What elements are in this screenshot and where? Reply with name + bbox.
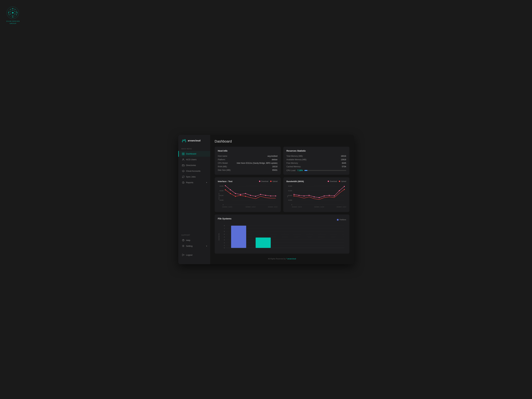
top-cards-row: Host Info Host name: acg-testbed Platfor…: [215, 147, 349, 175]
svg-point-11: [9, 14, 9, 15]
interface-chart-card: Interface : Test Download Upload: [215, 177, 281, 212]
sidebar-item-help[interactable]: Help: [178, 237, 210, 243]
svg-point-76: [329, 195, 329, 196]
bandwidth-chart-card: Bandwidth (WAN) Download Upload: [283, 177, 349, 212]
interface-chart-title: Interface : Test: [218, 180, 233, 183]
svg-point-70: [298, 195, 299, 196]
sync-jobs-label: Sync Jobs: [186, 176, 196, 178]
svg-text:Mbit: Mbit: [287, 195, 288, 197]
reports-icon: [182, 181, 184, 184]
dashboard-icon: [182, 152, 184, 155]
page-title: Dashboard: [215, 139, 349, 144]
svg-text:1: 1: [224, 245, 225, 246]
reports-label: Reports: [186, 181, 193, 184]
svg-point-13: [12, 12, 13, 13]
interface-download-legend: Download: [259, 181, 268, 182]
svg-point-40: [230, 189, 231, 190]
svg-point-18: [11, 13, 11, 14]
file-systems-legend: Partitions: [337, 219, 346, 221]
total-mem-row: Total Memory (MB): 16016: [286, 154, 346, 158]
sidebar-item-setting[interactable]: Setting ▾: [178, 243, 210, 249]
file-systems-header: File Systems Partitions: [218, 217, 346, 222]
disk-row: Disk Size (MB): 95691: [218, 168, 278, 172]
svg-point-15: [14, 11, 15, 12]
cpu-model-label: CPU Model:: [218, 162, 228, 164]
logout-label: Logout: [186, 254, 192, 256]
svg-rect-22: [182, 154, 183, 155]
svg-point-78: [339, 190, 340, 191]
svg-text:2023/08/30 - 13:30:04: 2023/08/30 - 13:30:04: [268, 206, 278, 208]
cpu-bar-fill: [304, 170, 307, 171]
sidebar-item-acg-users[interactable]: ACG Users: [178, 157, 210, 163]
svg-text:40,000: 40,000: [288, 185, 292, 187]
cpu-load-label: CPU Load:: [286, 169, 296, 171]
free-mem-label: Free Memory:: [286, 162, 298, 164]
interface-chart-legend: Download Upload: [259, 181, 278, 182]
avail-mem-value: 13918: [341, 158, 346, 161]
svg-text:2: 2: [224, 242, 225, 243]
logout-button[interactable]: Logout: [182, 252, 207, 258]
svg-point-19: [13, 15, 13, 15]
setting-label: Setting: [186, 245, 192, 247]
svg-point-3: [13, 8, 13, 9]
svg-point-53: [240, 195, 241, 196]
sidebar-item-reports[interactable]: Reports ▾: [178, 180, 210, 185]
sidebar-support: Support Help Setting ▾: [178, 231, 210, 249]
host-info-title: Host Info: [218, 150, 278, 152]
svg-text:40,000: 40,000: [220, 185, 223, 187]
arvancloud-logo-icon: [182, 138, 187, 143]
svg-point-47: [265, 195, 266, 196]
sidebar: arvancloud Main Menu Dashboard ACG Users: [178, 135, 210, 264]
svg-rect-20: [182, 153, 183, 154]
logout-icon: [182, 253, 184, 256]
cpu-bar-bg: [304, 170, 346, 171]
svg-point-24: [183, 159, 184, 160]
host-name-label: Host name:: [218, 155, 228, 157]
sidebar-item-cloud-accounts[interactable]: Cloud Accounts: [178, 168, 210, 174]
svg-point-7: [16, 14, 17, 15]
svg-text:2023/08/30 - 13:30:44: 2023/08/30 - 13:30:44: [336, 206, 346, 208]
dashboard-label: Dashboard: [186, 152, 196, 155]
partitions-legend-box: [337, 219, 339, 221]
svg-point-9: [9, 11, 9, 12]
svg-text:20,000: 20,000: [288, 195, 292, 196]
watermark-line1: ZAAM DESIGN: [6, 20, 20, 22]
host-info-card: Host Info Host name: acg-testbed Platfor…: [215, 147, 281, 175]
users-icon: [182, 158, 184, 161]
bandwidth-chart-legend: Download Upload: [328, 181, 346, 182]
svg-point-4: [15, 9, 15, 10]
ram-label: RAM (MB):: [218, 165, 227, 168]
cpu-load-value: 7.18%: [297, 169, 303, 171]
svg-text:4: 4: [224, 236, 225, 238]
avail-mem-row: Available Memory (MB): 13918: [286, 158, 346, 161]
svg-text:30,000: 30,000: [288, 190, 292, 191]
svg-point-10: [8, 13, 9, 13]
bw-download-dot: [328, 181, 329, 182]
total-mem-value: 16016: [341, 155, 346, 157]
svg-point-69: [293, 194, 294, 195]
ram-value: 16016: [272, 165, 277, 168]
help-label: Help: [186, 239, 190, 241]
svg-point-39: [225, 185, 226, 186]
sidebar-item-sync-jobs[interactable]: Sync Jobs: [178, 174, 210, 180]
svg-point-71: [304, 195, 304, 196]
brand-name: arvancloud: [188, 139, 201, 142]
svg-point-42: [240, 194, 241, 195]
svg-rect-21: [184, 153, 184, 154]
bandwidth-chart-title: Bandwidth (WAN): [286, 180, 304, 183]
svg-point-44: [250, 195, 251, 196]
setting-chevron-icon: ▾: [206, 245, 207, 247]
bandwidth-chart-svg: 40,000 30,000 20,000 10,000 0: [286, 184, 346, 209]
sidebar-item-dashboard[interactable]: Dashboard: [178, 151, 210, 157]
host-name-row: Host name: acg-testbed: [218, 154, 278, 158]
sidebar-item-directories[interactable]: Directories: [178, 163, 210, 168]
svg-point-28: [183, 246, 184, 247]
svg-point-51: [230, 193, 231, 194]
watermark: ZAAM DESIGN GROUP: [6, 6, 20, 24]
directories-icon: [182, 164, 184, 167]
bw-upload-dot: [339, 181, 340, 182]
free-mem-row: Free Memory: 8445: [286, 161, 346, 165]
svg-text:20,000: 20,000: [220, 195, 223, 196]
svg-point-16: [14, 13, 15, 14]
svg-point-27: [183, 241, 184, 241]
